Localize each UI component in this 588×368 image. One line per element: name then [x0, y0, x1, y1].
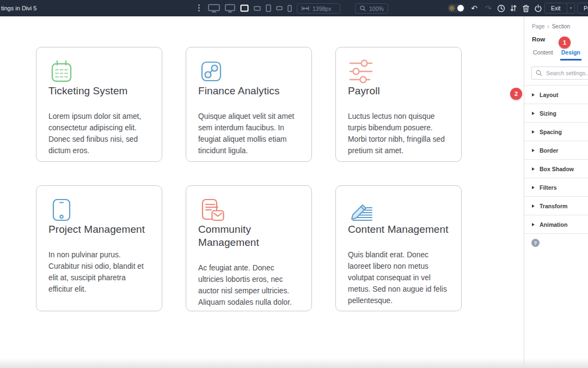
sliders-icon: [348, 58, 449, 85]
chevron-right-icon: [532, 204, 535, 208]
tablet-icon: [48, 197, 150, 223]
device-phone-portrait-icon[interactable]: [287, 5, 292, 12]
section-label: Transform: [540, 203, 567, 209]
breadcrumb-section[interactable]: Section: [552, 23, 570, 29]
card-payroll[interactable]: Payroll Luctus lectus non quisque turpis…: [335, 47, 462, 162]
breadcrumb: Page › Section: [532, 23, 570, 29]
settings-search: [531, 67, 588, 80]
section-label: Filters: [540, 184, 557, 191]
power-icon[interactable]: [533, 3, 543, 13]
calendar-icon: [48, 58, 150, 85]
device-tablet-portrait-icon[interactable]: [266, 4, 271, 12]
page-title: tings in Divi 5: [1, 5, 36, 11]
builder-top-bar: tings in Divi 5 1398px 100% ↶ ↷: [0, 0, 588, 16]
link-nodes-icon: [198, 58, 299, 85]
canvas-bottom-fade: [0, 358, 588, 368]
device-desktop-wide-icon[interactable]: [208, 4, 220, 13]
chevron-right-icon: [532, 167, 535, 171]
card-description: Lorem ipsum dolor sit amet, consectetur …: [48, 111, 150, 156]
sidebar-section-filters[interactable]: Filters: [524, 178, 588, 197]
exit-dropdown-caret[interactable]: ▾: [567, 3, 575, 14]
tab-design[interactable]: Design: [560, 49, 581, 61]
sidebar-section-layout[interactable]: Layout: [524, 86, 588, 104]
settings-tabs: Content Design Advanced: [532, 49, 588, 61]
card-ticketing-system[interactable]: Ticketing System Lorem ipsum dolor sit a…: [36, 47, 162, 162]
sidebar-section-border[interactable]: Border: [524, 141, 588, 160]
sidebar-section-box-shadow[interactable]: Box Shadow: [524, 160, 588, 178]
card-description: Quis blandit erat. Donec laoreet libero …: [348, 249, 449, 306]
card-title: Ticketing System: [48, 85, 150, 98]
card-description: Luctus lectus non quisque turpis bibendu…: [348, 111, 449, 156]
breadcrumb-separator: ›: [547, 23, 549, 29]
chevron-right-icon: [532, 112, 535, 115]
chevron-right-icon: [532, 223, 535, 226]
sidebar-section-spacing[interactable]: Spacing: [524, 123, 588, 141]
step-badge-1: 1: [559, 37, 571, 49]
document-mail-icon: [198, 197, 299, 223]
device-desktop-icon[interactable]: [225, 4, 235, 13]
section-label: Border: [540, 147, 558, 154]
card-content-management[interactable]: Content Management Quis blandit erat. Do…: [335, 185, 462, 311]
help-icon[interactable]: ?: [531, 239, 540, 247]
chevron-right-icon: [532, 93, 535, 96]
section-label: Box Shadow: [540, 166, 574, 172]
preview-button[interactable]: Preview: [577, 3, 588, 14]
card-description: Quisque aliquet velit sit amet sem inter…: [198, 111, 299, 156]
settings-panel: Page › Section Row Content Design Advanc…: [524, 16, 588, 368]
responsive-device-switcher: [208, 4, 292, 13]
canvas-width-input[interactable]: 1398px: [297, 3, 340, 14]
width-range-icon: [302, 6, 309, 11]
section-label: Sizing: [540, 110, 556, 117]
tab-content[interactable]: Content: [532, 49, 554, 61]
card-project-management[interactable]: Project Management In non pulvinar purus…: [36, 185, 162, 311]
sidebar-section-animation[interactable]: Animation: [524, 215, 588, 234]
card-title: Project Management: [48, 223, 150, 236]
sidebar-section-transform[interactable]: Transform: [524, 197, 588, 215]
breadcrumb-page[interactable]: Page: [532, 23, 544, 29]
card-description: In non pulvinar purus. Curabitur nisi od…: [48, 249, 150, 295]
card-title: Community Management: [198, 223, 299, 249]
gear-icon: [449, 5, 455, 11]
toggle-knob: [457, 5, 464, 11]
search-icon: [536, 70, 542, 76]
undo-icon[interactable]: ↶: [469, 3, 479, 13]
trash-icon[interactable]: [521, 3, 531, 13]
card-community-management[interactable]: Community Management Ac feugiat ante. Do…: [186, 185, 312, 311]
pencil-text-icon: [348, 197, 449, 223]
section-label: Layout: [540, 92, 558, 98]
device-phone-landscape-small-icon[interactable]: [276, 6, 283, 10]
card-title: Content Management: [348, 223, 449, 236]
sort-arrows-icon[interactable]: [509, 3, 518, 13]
device-laptop-icon[interactable]: [240, 4, 249, 12]
history-clock-icon[interactable]: [496, 3, 506, 13]
theme-toggle[interactable]: [448, 4, 465, 13]
section-label: Spacing: [540, 129, 562, 135]
section-label: Animation: [540, 221, 567, 228]
device-phone-landscape-icon[interactable]: [254, 6, 261, 11]
zoom-level-input[interactable]: 100%: [355, 3, 388, 14]
card-title: Payroll: [348, 85, 449, 98]
step-badge-2: 2: [510, 88, 522, 100]
chevron-right-icon: [532, 149, 535, 152]
chevron-right-icon: [532, 130, 535, 134]
sidebar-sections: LayoutSizingSpacingBorderBox ShadowFilte…: [524, 85, 588, 234]
element-label: Row: [532, 36, 545, 43]
chevron-right-icon: [532, 186, 535, 189]
magnifier-icon: [360, 5, 366, 11]
redo-icon[interactable]: ↷: [483, 3, 493, 13]
kebab-menu-icon[interactable]: [198, 4, 200, 11]
sidebar-section-sizing[interactable]: Sizing: [524, 104, 588, 123]
card-title: Finance Analytics: [198, 85, 299, 98]
card-description: Ac feugiat ante. Donec ultricies loborti…: [198, 262, 299, 308]
exit-button[interactable]: Exit: [544, 3, 567, 14]
card-finance-analytics[interactable]: Finance Analytics Quisque aliquet velit …: [186, 47, 312, 162]
